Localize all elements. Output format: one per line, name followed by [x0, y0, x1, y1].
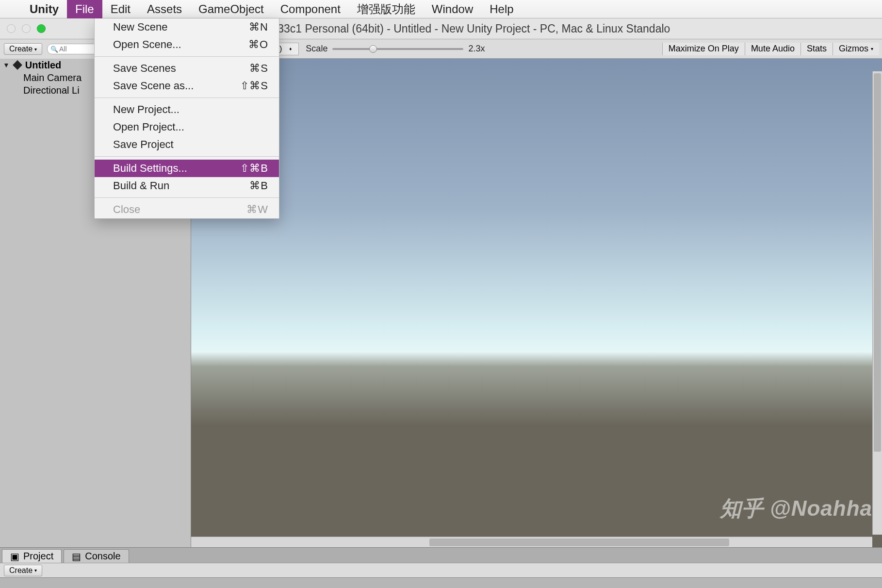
scrollbar-thumb[interactable] [429, 539, 729, 546]
toggle-stats[interactable]: Stats [800, 43, 833, 55]
menu-build-settings[interactable]: Build Settings...⇧⌘B [95, 160, 279, 177]
menu-separator [95, 156, 279, 157]
scale-value: 2.3x [468, 44, 485, 54]
hierarchy-create-button[interactable]: Create▾ [4, 43, 42, 55]
menu-save-scene-as[interactable]: Save Scene as...⇧⌘S [95, 77, 279, 95]
scale-slider[interactable] [332, 48, 463, 50]
window-maximize-button[interactable] [37, 24, 46, 33]
status-bar [0, 577, 882, 588]
menu-save-scenes[interactable]: Save Scenes⌘S [95, 60, 279, 77]
menu-open-scene[interactable]: Open Scene...⌘O [95, 36, 279, 53]
window-title: Unity 2017.4.33c1 Personal (64bit) - Unt… [212, 22, 670, 35]
scrollbar-thumb[interactable] [874, 73, 881, 452]
scale-label: Scale [306, 44, 327, 54]
menu-separator [95, 197, 279, 198]
menu-component[interactable]: Component [272, 0, 349, 18]
toggle-mute-audio[interactable]: Mute Audio [745, 43, 800, 55]
menu-app[interactable]: Unity [21, 0, 67, 18]
viewport-vertical-scrollbar[interactable] [872, 71, 882, 535]
macos-menubar: Unity File Edit Assets GameObject Compon… [0, 0, 882, 18]
menu-open-project[interactable]: Open Project... [95, 118, 279, 136]
traffic-lights [0, 24, 46, 33]
menu-edit[interactable]: Edit [102, 0, 139, 18]
menu-assets[interactable]: Assets [139, 0, 190, 18]
menu-save-project[interactable]: Save Project [95, 136, 279, 153]
project-toolbar: Create▾ [0, 563, 882, 577]
window-minimize-button[interactable] [22, 24, 31, 33]
menu-help[interactable]: Help [481, 0, 522, 18]
console-icon: ▤ [72, 551, 81, 562]
project-create-button[interactable]: Create▾ [4, 565, 42, 576]
menu-new-project[interactable]: New Project... [95, 101, 279, 118]
game-render [191, 59, 882, 547]
viewport-horizontal-scrollbar[interactable] [191, 537, 872, 547]
scale-slider-thumb[interactable] [369, 45, 377, 53]
menu-new-scene[interactable]: New Scene⌘N [95, 18, 279, 36]
game-view-toolbar: Standalone (1024x768) ♦ Scale 2.3x Maxim… [191, 39, 882, 59]
menu-gameobject[interactable]: GameObject [190, 0, 272, 18]
window-close-button[interactable] [7, 24, 16, 33]
menu-file[interactable]: File [67, 0, 102, 18]
tab-console[interactable]: ▤ Console [64, 549, 129, 563]
menu-window[interactable]: Window [424, 0, 481, 18]
menu-enhanced[interactable]: 增强版功能 [349, 0, 424, 18]
menu-separator [95, 56, 279, 57]
toggle-maximize-on-play[interactable]: Maximize On Play [662, 43, 745, 55]
bottom-tab-strip: ▣ Project ▤ Console [0, 547, 882, 563]
search-icon: 🔍 [50, 46, 58, 53]
folder-icon: ▣ [10, 551, 19, 562]
unity-scene-icon [13, 60, 22, 70]
menu-close: Close⌘W [95, 201, 279, 218]
disclosure-triangle-icon[interactable]: ▼ [3, 61, 10, 69]
file-menu-dropdown: New Scene⌘N Open Scene...⌘O Save Scenes⌘… [94, 18, 279, 219]
game-viewport[interactable]: 知乎 @Noahha [191, 59, 882, 547]
menu-separator [95, 98, 279, 98]
tab-project[interactable]: ▣ Project [2, 549, 62, 563]
toggle-gizmos[interactable]: Gizmos ▾ [833, 43, 879, 55]
menu-build-run[interactable]: Build & Run⌘B [95, 177, 279, 195]
